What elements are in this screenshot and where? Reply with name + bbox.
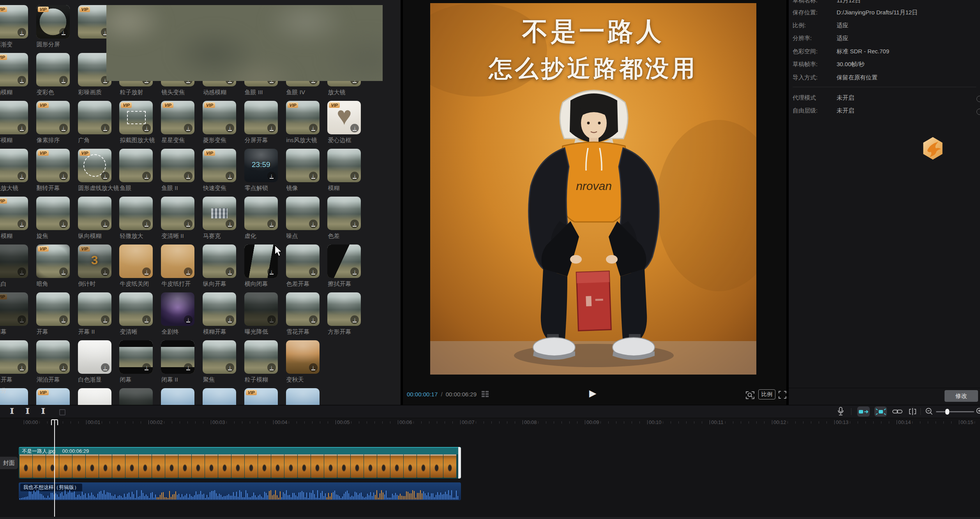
effect-item[interactable]: ↓ xyxy=(36,53,70,86)
effect-item[interactable]: ↓ xyxy=(286,197,320,230)
effect-item[interactable]: ↓ xyxy=(119,197,153,230)
download-icon[interactable]: ↓ xyxy=(350,220,359,228)
effect-item[interactable]: ↓ xyxy=(161,340,194,374)
effect-item[interactable] xyxy=(78,388,111,405)
download-icon[interactable]: ↓ xyxy=(184,124,192,132)
effect-item[interactable]: ↓ xyxy=(36,340,70,374)
effect-item[interactable]: ↓ xyxy=(244,197,278,230)
effect-item[interactable]: VIP↓ xyxy=(0,292,28,326)
record-mic-icon[interactable] xyxy=(837,407,844,416)
effect-item[interactable]: VIP↓ xyxy=(36,5,70,39)
download-icon[interactable]: ↓ xyxy=(267,315,276,324)
effect-item[interactable]: ↓ xyxy=(327,149,361,182)
effect-item[interactable]: ↓ xyxy=(161,245,194,278)
effect-item[interactable]: VIP↓ xyxy=(119,101,153,134)
download-icon[interactable]: ↓ xyxy=(101,315,109,324)
effect-item[interactable]: VIP↓ xyxy=(0,53,28,86)
download-icon[interactable]: ↓ xyxy=(18,220,26,228)
effect-item[interactable]: ↓ xyxy=(286,245,320,278)
timeline-zoom-slider[interactable] xyxy=(936,411,974,412)
download-icon[interactable]: ↓ xyxy=(350,267,359,276)
download-icon[interactable]: ↓ xyxy=(226,172,234,180)
effect-item[interactable] xyxy=(286,388,320,405)
effect-item[interactable]: ↓ xyxy=(203,292,236,326)
effect-item[interactable]: 23:59↓ xyxy=(244,149,278,182)
download-icon[interactable]: ↓ xyxy=(350,124,359,132)
download-icon[interactable]: ↓ xyxy=(309,267,318,276)
download-icon[interactable]: ↓ xyxy=(101,363,109,372)
effect-item[interactable]: ↓ xyxy=(286,149,320,182)
zoom-in-icon[interactable] xyxy=(976,407,980,416)
modify-button[interactable]: 修改 xyxy=(945,390,978,402)
effect-item[interactable]: VIP↓ xyxy=(0,197,28,230)
split-left-icon[interactable]: ][ xyxy=(26,407,28,415)
effect-item[interactable]: ↓ xyxy=(78,292,111,326)
download-icon[interactable]: ↓ xyxy=(18,172,26,180)
download-icon[interactable]: ↓ xyxy=(226,124,234,132)
download-icon[interactable]: ↓ xyxy=(101,267,109,276)
effect-item[interactable]: ↓ xyxy=(78,101,111,134)
effect-item[interactable]: ↓ xyxy=(244,245,278,278)
thunder-bird-icon[interactable] xyxy=(922,137,944,160)
effect-item[interactable] xyxy=(161,388,194,405)
effect-item[interactable]: VIP↓ xyxy=(203,101,236,134)
download-icon[interactable]: ↓ xyxy=(59,76,68,84)
effect-item[interactable]: VIP↓ xyxy=(0,5,28,39)
effect-item[interactable]: ↓ xyxy=(0,340,28,374)
effect-item[interactable]: VIP↓ xyxy=(78,149,111,182)
effect-item[interactable]: VIP↓ xyxy=(161,101,194,134)
effect-item[interactable]: VIP↓ xyxy=(36,149,70,182)
effect-item[interactable]: ↓ xyxy=(286,292,320,326)
download-icon[interactable]: ↓ xyxy=(267,267,276,276)
link-icon[interactable] xyxy=(892,407,902,416)
download-icon[interactable]: ↓ xyxy=(226,315,234,324)
fullscreen-icon[interactable] xyxy=(778,390,787,399)
download-icon[interactable]: ↓ xyxy=(309,124,318,132)
download-icon[interactable]: ↓ xyxy=(267,172,276,180)
download-icon[interactable]: ↓ xyxy=(101,172,109,180)
download-icon[interactable]: ↓ xyxy=(350,172,359,180)
download-icon[interactable]: ↓ xyxy=(309,220,318,228)
effect-item[interactable]: ↓ xyxy=(244,101,278,134)
effect-item[interactable]: ↓ xyxy=(327,197,361,230)
multiview-icon[interactable] xyxy=(481,391,489,398)
effect-item[interactable]: ↓ xyxy=(78,340,111,374)
download-icon[interactable]: ↓ xyxy=(184,220,192,228)
download-icon[interactable]: ↓ xyxy=(18,267,26,276)
download-icon[interactable]: ↓ xyxy=(309,172,318,180)
fit-zoom-icon[interactable] xyxy=(745,390,755,400)
effect-item[interactable]: ↓ xyxy=(161,149,194,182)
effect-item[interactable]: VIP↓ xyxy=(327,101,361,134)
effect-item[interactable]: VIP xyxy=(36,388,70,405)
download-icon[interactable]: ↓ xyxy=(142,363,151,372)
effect-item[interactable]: ↓ xyxy=(327,245,361,278)
effect-item[interactable]: ↓ xyxy=(78,197,111,230)
effect-item[interactable]: ↓ xyxy=(119,149,153,182)
effect-item[interactable] xyxy=(119,388,153,405)
effect-item[interactable]: ↓ xyxy=(203,245,236,278)
auto-ripple-toggle-active[interactable] xyxy=(857,406,870,417)
download-icon[interactable]: ↓ xyxy=(59,363,68,372)
effect-item[interactable]: ↓ xyxy=(36,292,70,326)
download-icon[interactable]: ↓ xyxy=(59,28,68,37)
download-icon[interactable]: ↓ xyxy=(101,220,109,228)
download-icon[interactable]: ↓ xyxy=(350,315,359,324)
download-icon[interactable]: ↓ xyxy=(142,172,151,180)
effect-item[interactable] xyxy=(203,388,236,405)
clip-trim-handle[interactable] xyxy=(458,447,461,479)
download-icon[interactable]: ↓ xyxy=(184,363,192,372)
download-icon[interactable]: ↓ xyxy=(18,28,26,37)
timeline-ruler[interactable]: 00:0000:0100:0200:0300:0400:0500:0600:07… xyxy=(0,418,980,427)
effect-item[interactable]: ↓ xyxy=(161,292,194,326)
effect-item[interactable]: VIP↓ xyxy=(36,101,70,134)
download-icon[interactable]: ↓ xyxy=(184,315,192,324)
download-icon[interactable]: ↓ xyxy=(18,124,26,132)
horizontal-scrollbar[interactable] xyxy=(0,517,980,519)
effect-item[interactable]: ↓ xyxy=(161,197,194,230)
download-icon[interactable]: ↓ xyxy=(18,315,26,324)
info-icon[interactable] xyxy=(976,109,980,115)
effect-item[interactable]: ↓ xyxy=(119,292,153,326)
effect-item[interactable]: ↓ xyxy=(244,292,278,326)
download-icon[interactable]: ↓ xyxy=(59,172,68,180)
effect-item[interactable]: ↓ xyxy=(119,340,153,374)
